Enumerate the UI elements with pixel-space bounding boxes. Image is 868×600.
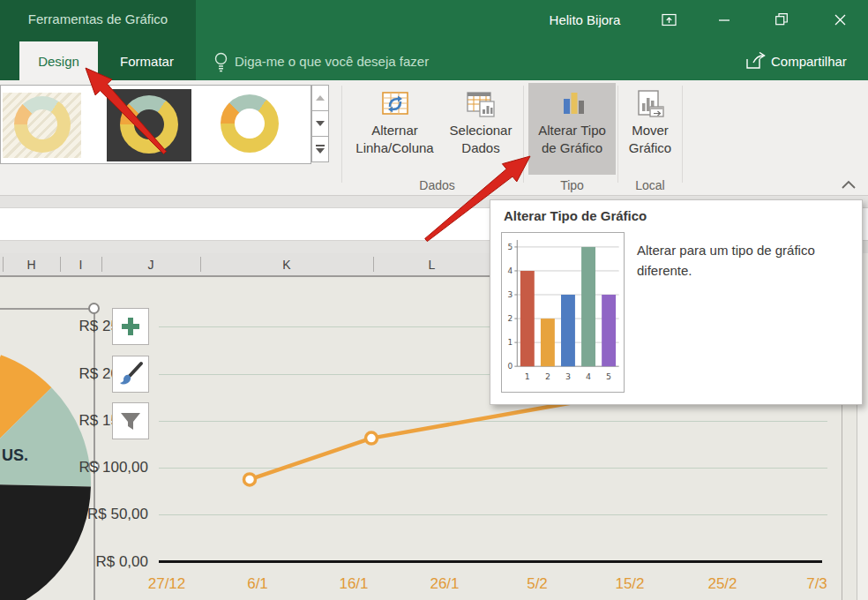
ribbon: Alternar Linha/Coluna Selecionar Dados — [0, 80, 868, 196]
mini-bar — [541, 319, 555, 366]
button-label-line1: Selecionar — [440, 122, 521, 139]
button-label-line2: Linha/Coluna — [351, 139, 438, 157]
button-label-line2: Gráfico — [620, 139, 680, 157]
share-icon — [745, 52, 767, 70]
ribbon-separator — [617, 86, 618, 183]
column-header-j[interactable]: J — [101, 256, 200, 274]
svg-text:2: 2 — [545, 371, 550, 381]
chart-styles-button[interactable] — [112, 356, 149, 393]
excel-window: Ferramentas de Gráfico Helito Bijora Des — [0, 0, 868, 600]
mini-bar — [520, 271, 535, 366]
lightbulb-icon — [213, 51, 229, 73]
svg-text:2: 2 — [508, 314, 513, 323]
button-label-line1: Alternar — [351, 122, 438, 139]
move-chart-button[interactable]: Mover Gráfico — [620, 83, 680, 175]
tab-design[interactable]: Design — [19, 41, 98, 80]
select-data-button[interactable]: Selecionar Dados — [440, 83, 521, 175]
ribbon-separator — [341, 86, 342, 183]
switch-row-column-button[interactable]: Alternar Linha/Coluna — [351, 83, 438, 175]
chevron-up-icon — [842, 182, 855, 188]
ribbon-display-options-button[interactable] — [655, 10, 682, 29]
gallery-more-icon — [316, 148, 325, 154]
ribbon-display-options-icon — [662, 13, 677, 26]
chart-style-thumbnail-1[interactable] — [3, 93, 81, 158]
select-data-icon — [465, 88, 497, 120]
chart-filters-button[interactable] — [112, 402, 149, 439]
ribbon-separator — [523, 86, 524, 183]
sales-line-marker[interactable] — [244, 474, 256, 485]
chart-style-thumbnail-3[interactable] — [215, 93, 284, 158]
svg-text:0: 0 — [508, 362, 513, 371]
svg-text:3: 3 — [565, 371, 571, 381]
minimize-button[interactable] — [711, 10, 737, 29]
move-chart-icon — [634, 88, 666, 120]
change-chart-type-icon — [557, 88, 588, 120]
chart-tools-context-label: Ferramentas de Gráfico — [0, 11, 196, 26]
group-label-tipo: Tipo — [528, 178, 616, 192]
title-bar: Ferramentas de Gráfico Helito Bijora Des — [0, 0, 868, 80]
svg-text:1: 1 — [508, 338, 513, 347]
sales-line-marker[interactable] — [366, 432, 378, 444]
group-label-dados: Dados — [351, 178, 523, 192]
mini-bar — [602, 295, 616, 366]
mini-bar — [561, 295, 575, 366]
change-chart-type-tooltip: Alterar Tipo de Gráfico 01234512345 Alte… — [490, 199, 863, 405]
scroll-down-icon — [316, 121, 325, 126]
tooltip-mini-chart-svg: 01234512345 — [502, 233, 624, 392]
svg-text:1: 1 — [525, 371, 530, 381]
column-header-h[interactable]: H — [3, 256, 60, 274]
tell-me-box[interactable]: Diga-me o que você deseja fazer — [235, 54, 429, 69]
donut-thumbnail-1 — [14, 96, 71, 153]
switch-row-column-icon — [379, 88, 411, 120]
column-header-l[interactable]: L — [373, 256, 490, 274]
gallery-scroll-column — [311, 85, 329, 164]
ribbon-separator — [682, 86, 683, 183]
gallery-scroll-down-button[interactable] — [311, 110, 329, 137]
donut-thumbnail-3 — [221, 94, 279, 153]
group-label-local: Local — [620, 178, 680, 192]
tab-formatar[interactable]: Formatar — [98, 41, 196, 80]
account-user-name[interactable]: Helito Bijora — [528, 12, 642, 27]
donut-thumbnail-2 — [120, 95, 178, 154]
button-label-line2: de Gráfico — [528, 139, 616, 157]
gallery-more-button[interactable] — [311, 136, 329, 162]
gallery-scroll-up-button[interactable] — [311, 85, 329, 111]
scroll-up-icon — [316, 95, 325, 101]
tooltip-chart-image: 01234512345 — [501, 232, 625, 393]
svg-text:5: 5 — [508, 243, 513, 251]
close-button[interactable] — [827, 10, 853, 29]
chart-style-thumbnail-2[interactable] — [107, 89, 191, 161]
filter-icon — [118, 409, 143, 433]
svg-text:4: 4 — [508, 266, 513, 275]
collapse-ribbon-button[interactable] — [841, 179, 857, 191]
minimize-icon — [719, 14, 730, 26]
chart-elements-button[interactable] — [112, 308, 149, 345]
column-header-k[interactable]: K — [200, 256, 373, 274]
brush-icon — [117, 361, 144, 387]
change-chart-type-button[interactable]: Alterar Tipo de Gráfico — [528, 83, 616, 175]
svg-text:5: 5 — [606, 371, 611, 381]
svg-text:4: 4 — [586, 371, 591, 381]
button-label-line1: Alterar Tipo — [528, 122, 616, 139]
svg-text:3: 3 — [508, 290, 513, 299]
button-label-line2: Dados — [440, 139, 521, 157]
share-button[interactable]: Compartilhar — [771, 54, 847, 69]
tooltip-title: Alterar Tipo de Gráfico — [504, 208, 647, 223]
plus-icon — [119, 315, 142, 338]
button-label-line1: Mover — [620, 122, 680, 139]
mini-bar — [581, 247, 595, 366]
restore-icon — [775, 13, 788, 26]
restore-button[interactable] — [768, 10, 795, 29]
chart-styles-gallery — [0, 85, 311, 164]
tooltip-description: Alterar para um tipo de gráfico diferent… — [637, 240, 856, 281]
close-icon — [834, 14, 846, 26]
column-header-i[interactable]: I — [60, 256, 101, 274]
